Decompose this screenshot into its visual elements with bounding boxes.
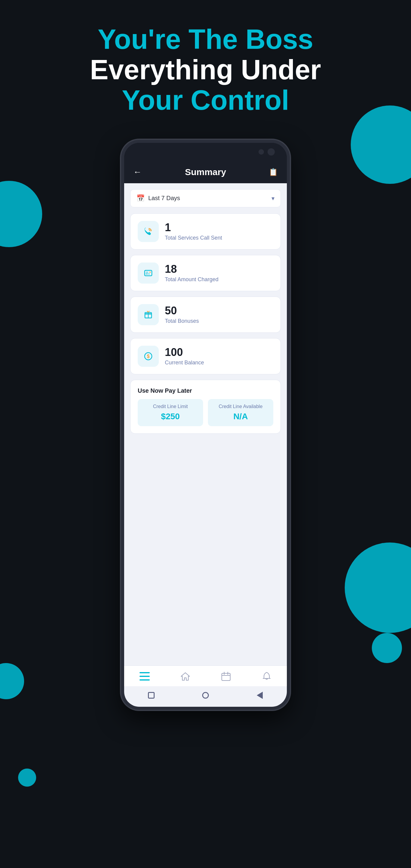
- svg-rect-0: [145, 270, 152, 276]
- bg-circle-3: [18, 769, 36, 786]
- stat-label-bonuses: Total Bonuses: [165, 318, 199, 324]
- calendar-icon: [221, 671, 231, 681]
- page-title: Summary: [185, 167, 226, 177]
- phone-frame: ← Summary 📋 📅 Last 7 Days ▾: [121, 140, 290, 710]
- nav-item-notifications[interactable]: [261, 671, 272, 681]
- date-filter-text: Last 7 Days: [148, 195, 180, 202]
- stat-label-calls: Total Services Call Sent: [165, 235, 222, 241]
- camera-dot-large: [267, 148, 275, 156]
- nav-item-menu[interactable]: [139, 672, 150, 681]
- android-back-button[interactable]: [255, 691, 264, 700]
- android-circle-icon: [202, 692, 209, 699]
- stat-icon-phone: [138, 221, 159, 242]
- svg-rect-13: [222, 673, 230, 681]
- menu-icon: [139, 672, 150, 681]
- android-square-button[interactable]: [147, 691, 156, 700]
- svg-rect-11: [139, 676, 150, 677]
- dollar-icon: $: [143, 351, 154, 362]
- stat-icon-dollar: $: [138, 346, 159, 367]
- android-square-icon: [148, 692, 155, 699]
- svg-rect-12: [139, 679, 150, 681]
- stat-card-bonuses: 50 Total Bonuses: [130, 297, 281, 333]
- clipboard-icon[interactable]: 📋: [269, 168, 278, 176]
- stat-info-bonuses: 50 Total Bonuses: [165, 305, 199, 324]
- back-button[interactable]: ←: [133, 167, 141, 177]
- unpl-title: Use Now Pay Later: [138, 387, 273, 394]
- svg-rect-1: [146, 272, 148, 273]
- unpl-credit-available-box: Credit Line Available N/A: [208, 399, 273, 426]
- hero-line2: Everything Under: [0, 55, 411, 85]
- date-filter-dropdown[interactable]: 📅 Last 7 Days ▾: [130, 189, 281, 207]
- stat-card-balance: $ 100 Current Balance: [130, 338, 281, 374]
- stat-icon-atm: [138, 262, 159, 284]
- stat-card-calls: 1 Total Services Call Sent: [130, 213, 281, 250]
- hero-line3: Your Control: [0, 85, 411, 116]
- stat-info-amount: 18 Total Amount Charged: [165, 263, 218, 283]
- unpl-credit-available-label: Credit Line Available: [213, 404, 268, 409]
- calendar-small-icon: 📅: [136, 194, 145, 202]
- stat-icon-gift: [138, 304, 159, 325]
- unpl-credit-limit-value: $250: [143, 412, 198, 421]
- nav-item-calendar[interactable]: [221, 671, 231, 681]
- stat-label-balance: Current Balance: [165, 360, 204, 366]
- svg-point-2: [150, 272, 151, 273]
- home-icon: [180, 671, 190, 681]
- stat-label-amount: Total Amount Charged: [165, 276, 218, 283]
- unpl-credit-limit-label: Credit Line Limit: [143, 404, 198, 409]
- nav-item-home[interactable]: [180, 671, 190, 681]
- unpl-row: Credit Line Limit $250 Credit Line Avail…: [138, 399, 273, 426]
- hero-line1-part1: You're The: [98, 24, 245, 55]
- camera-dot-small: [258, 149, 264, 155]
- phone-wrapper: ← Summary 📋 📅 Last 7 Days ▾: [0, 140, 411, 710]
- unpl-credit-limit-box: Credit Line Limit $250: [138, 399, 203, 426]
- phone-top-bar: [124, 143, 287, 161]
- phone-icon: [143, 226, 154, 237]
- chevron-down-icon: ▾: [272, 195, 275, 202]
- bottom-nav: [124, 665, 287, 686]
- atm-icon: [143, 268, 154, 278]
- hero-line1-part2: Boss: [246, 24, 313, 55]
- date-filter-left: 📅 Last 7 Days: [136, 194, 180, 202]
- unpl-card: Use Now Pay Later Credit Line Limit $250…: [130, 380, 281, 434]
- bell-icon: [261, 671, 272, 681]
- stat-number-balance: 100: [165, 346, 204, 358]
- stat-card-amount: 18 Total Amount Charged: [130, 255, 281, 291]
- app-content: 📅 Last 7 Days ▾ 1 Total Services Call Se…: [124, 183, 287, 665]
- stat-number-calls: 1: [165, 221, 222, 234]
- svg-rect-10: [139, 672, 150, 673]
- unpl-credit-available-value: N/A: [213, 412, 268, 421]
- gift-icon: [143, 309, 154, 320]
- app-header: ← Summary 📋: [124, 161, 287, 183]
- hero-section: You're The Boss Everything Under Your Co…: [0, 0, 411, 134]
- stat-number-amount: 18: [165, 263, 218, 275]
- svg-text:$: $: [147, 354, 150, 359]
- stat-info-balance: 100 Current Balance: [165, 346, 204, 366]
- android-triangle-icon: [257, 692, 263, 699]
- hero-line1: You're The Boss: [0, 24, 411, 55]
- stat-number-bonuses: 50: [165, 305, 199, 317]
- android-nav-bar: [124, 686, 287, 707]
- stat-info-calls: 1 Total Services Call Sent: [165, 221, 222, 241]
- android-home-button[interactable]: [201, 691, 210, 700]
